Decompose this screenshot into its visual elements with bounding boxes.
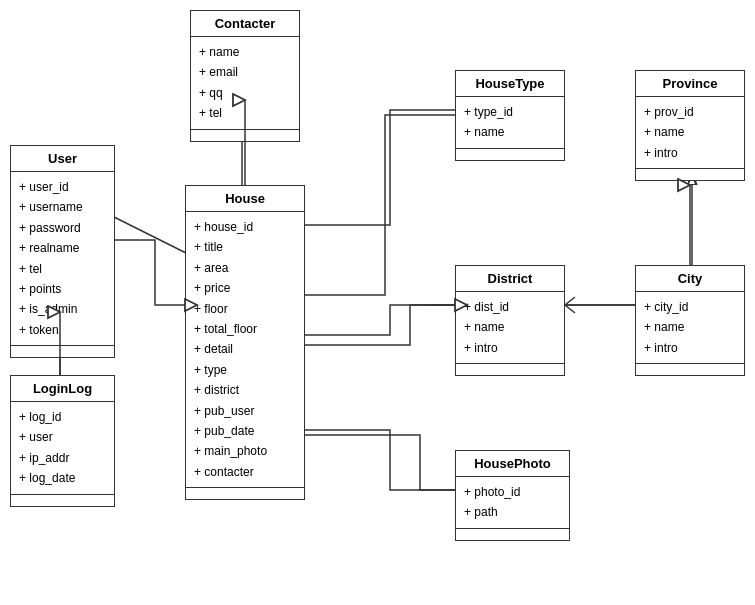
entity-contacter-title: Contacter	[191, 11, 299, 37]
entity-user-fields: + user_id + username + password + realna…	[11, 172, 114, 345]
entity-house-fields: + house_id + title + area + price + floo…	[186, 212, 304, 487]
entity-district-footer	[456, 363, 564, 375]
entity-housephoto-footer	[456, 528, 569, 540]
entity-district-title: District	[456, 266, 564, 292]
entity-loginlog-title: LoginLog	[11, 376, 114, 402]
entity-province-title: Province	[636, 71, 744, 97]
entity-loginlog-footer	[11, 494, 114, 506]
entity-house: House + house_id + title + area + price …	[185, 185, 305, 500]
entity-city: City + city_id + name + intro	[635, 265, 745, 376]
entity-contacter: Contacter + name + email + qq + tel	[190, 10, 300, 142]
entity-province-fields: + prov_id + name + intro	[636, 97, 744, 168]
entity-district-fields: + dist_id + name + intro	[456, 292, 564, 363]
entity-housetype-footer	[456, 148, 564, 160]
entity-user-footer	[11, 345, 114, 357]
entity-city-title: City	[636, 266, 744, 292]
entity-house-title: House	[186, 186, 304, 212]
entity-housephoto-title: HousePhoto	[456, 451, 569, 477]
entity-province: Province + prov_id + name + intro	[635, 70, 745, 181]
entity-district: District + dist_id + name + intro	[455, 265, 565, 376]
entity-city-footer	[636, 363, 744, 375]
entity-housetype-title: HouseType	[456, 71, 564, 97]
entity-contacter-footer	[191, 129, 299, 141]
entity-province-footer	[636, 168, 744, 180]
entity-house-footer	[186, 487, 304, 499]
entity-contacter-fields: + name + email + qq + tel	[191, 37, 299, 129]
entity-housephoto-fields: + photo_id + path	[456, 477, 569, 528]
entity-user: User + user_id + username + password + r…	[10, 145, 115, 358]
entity-loginlog: LoginLog + log_id + user + ip_addr + log…	[10, 375, 115, 507]
svg-line-1	[110, 215, 190, 255]
entity-loginlog-fields: + log_id + user + ip_addr + log_date	[11, 402, 114, 494]
diagram: User + user_id + username + password + r…	[0, 0, 755, 605]
entity-user-title: User	[11, 146, 114, 172]
entity-housephoto: HousePhoto + photo_id + path	[455, 450, 570, 541]
entity-city-fields: + city_id + name + intro	[636, 292, 744, 363]
entity-housetype-fields: + type_id + name	[456, 97, 564, 148]
entity-housetype: HouseType + type_id + name	[455, 70, 565, 161]
